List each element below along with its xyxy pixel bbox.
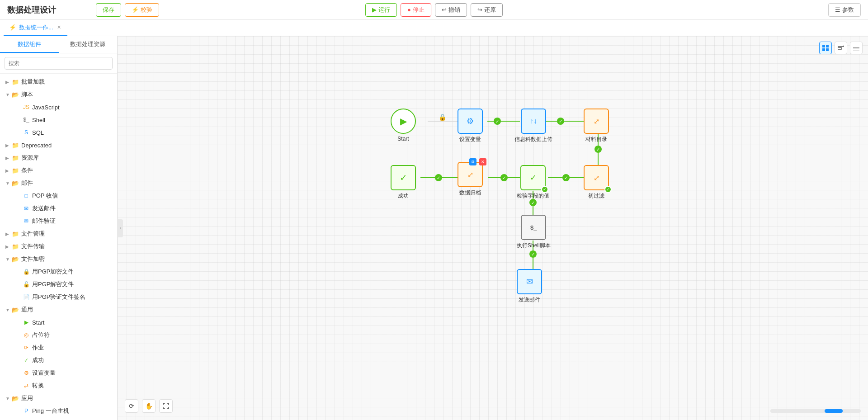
search-input[interactable] xyxy=(5,57,113,70)
restore-button[interactable]: ↪ 还原 xyxy=(471,3,503,17)
svg-text:✓: ✓ xyxy=(502,175,506,180)
node-set-var[interactable]: ⚙ 设置变量 xyxy=(458,109,483,143)
tree-item-script[interactable]: ▼ 📂 脚本 xyxy=(0,88,117,101)
node-delete-icon[interactable]: ✕ xyxy=(479,158,486,165)
node-initial-filter-label: 初过滤 xyxy=(588,192,604,200)
tree-item-start[interactable]: ▶ Start xyxy=(11,316,117,329)
node-upload-label: 信息科数据上传 xyxy=(514,136,552,143)
main-layout: 数据组件 数据处理资源 ▶ 📁 批量加载 ▼ 📂 xyxy=(0,36,868,420)
tree-item-shell[interactable]: $_ Shell xyxy=(11,113,117,126)
node-upload[interactable]: ↑↓ 信息科数据上传 xyxy=(514,109,552,143)
tree-item-log[interactable]: 📝 写日志 xyxy=(11,417,117,420)
tree-item-send-mail[interactable]: ✉ 发送邮件 xyxy=(11,202,117,215)
tree-item-app[interactable]: ▼ 📂 应用 xyxy=(0,392,117,405)
svg-text:✓: ✓ xyxy=(559,119,562,124)
node-material-label: 材料目录 xyxy=(585,136,607,143)
node-copy-icon[interactable]: ⧉ xyxy=(469,158,476,165)
tree-mail-children: □ POP 收信 ✉ 发送邮件 ✉ 邮件验证 xyxy=(0,189,117,227)
tree-item-mail[interactable]: ▼ 📂 邮件 xyxy=(0,177,117,189)
tree-item-pgp-dec[interactable]: 🔓 用PGP解密文件 xyxy=(11,278,117,291)
tree-item-pgp-verify[interactable]: 📄 用PGP验证文件签名 xyxy=(11,291,117,303)
node-verify-field[interactable]: ✓ ✓ 检验字段的值 xyxy=(517,165,549,200)
connections-svg: 🔒 ✓ ✓ ✓ ✓ ✓ xyxy=(118,36,868,420)
tree-item-job[interactable]: ⟳ 作业 xyxy=(11,341,117,354)
tree-item-pgp-enc[interactable]: 🔒 用PGP加密文件 xyxy=(11,265,117,278)
tab-label: 数据统一作... xyxy=(19,24,53,32)
node-shell-exec-label: 执行Shell脚本 xyxy=(517,242,551,250)
tree-encrypt-children: 🔒 用PGP加密文件 🔓 用PGP解密文件 📄 用PGP验证文件签名 xyxy=(0,265,117,303)
check-button[interactable]: ⚡ 校验 xyxy=(125,3,159,17)
params-button[interactable]: ☰ 参数 xyxy=(828,3,861,17)
svg-text:🔒: 🔒 xyxy=(439,113,447,121)
tab-data-unified[interactable]: ⚡ 数据统一作... ✕ xyxy=(4,20,67,36)
sidebar-toggle[interactable]: ‹ xyxy=(118,219,123,237)
svg-point-12 xyxy=(494,118,501,125)
canvas-hand-button[interactable]: ✋ xyxy=(142,399,156,413)
canvas-grid: 🔒 ✓ ✓ ✓ ✓ ✓ xyxy=(118,36,868,420)
node-shell-exec[interactable]: $_ 执行Shell脚本 xyxy=(517,215,551,250)
canvas-tool-grid1[interactable] xyxy=(819,42,832,54)
canvas-tool-grid3[interactable] xyxy=(850,42,863,54)
save-button[interactable]: 保存 xyxy=(96,3,121,17)
tree-item-bulk[interactable]: ▶ 📁 批量加载 xyxy=(0,76,117,88)
tree-app-children: P Ping 一台主机 📝 写日志 ⊞ 发送 SNMP 自陷 xyxy=(0,405,117,420)
canvas-toolbar-right xyxy=(819,42,863,54)
tree-item-condition[interactable]: ▶ 📁 条件 xyxy=(0,164,117,177)
tree-item-common[interactable]: ▼ 📂 通用 xyxy=(0,303,117,316)
svg-rect-2 xyxy=(822,48,825,51)
sidebar-tab-resources[interactable]: 数据处理资源 xyxy=(59,36,118,53)
node-data-archive-label: 数据归档 xyxy=(459,189,481,197)
canvas-scrollbar-thumb[interactable] xyxy=(825,409,843,413)
cancel-button[interactable]: ↩ 撤销 xyxy=(435,3,467,17)
canvas-right-resizer[interactable] xyxy=(865,36,868,420)
tree-item-ping[interactable]: P Ping 一台主机 xyxy=(11,405,117,417)
svg-point-15 xyxy=(557,118,564,125)
tree-item-javascript[interactable]: JS JavaScript xyxy=(11,101,117,113)
tree-item-deprecated[interactable]: ▶ 📁 Deprecated xyxy=(0,139,117,151)
canvas-area[interactable]: 🔒 ✓ ✓ ✓ ✓ ✓ xyxy=(118,36,868,420)
header-center-actions: ▶ 运行 ● 停止 ↩ 撤销 ↪ 还原 xyxy=(365,3,503,17)
svg-point-24 xyxy=(500,174,508,181)
tree-item-mail-verify[interactable]: ✉ 邮件验证 xyxy=(11,215,117,227)
svg-point-21 xyxy=(562,174,570,181)
canvas-expand-button[interactable] xyxy=(159,399,173,413)
tree-item-success[interactable]: ✓ 成功 xyxy=(11,354,117,367)
sidebar-tab-components[interactable]: 数据组件 xyxy=(0,36,59,53)
tree-item-file-manage[interactable]: ▶ 📁 文件管理 xyxy=(0,227,117,240)
svg-text:✓: ✓ xyxy=(531,252,535,257)
tree-item-placeholder[interactable]: ◎ 占位符 xyxy=(11,329,117,341)
svg-text:✓: ✓ xyxy=(495,119,499,124)
node-start-label: Start xyxy=(397,136,409,142)
node-material[interactable]: ⤢ 材料目录 xyxy=(584,109,609,143)
sidebar: 数据组件 数据处理资源 ▶ 📁 批量加载 ▼ 📂 xyxy=(0,36,118,420)
tree-script-children: JS JavaScript $_ Shell S SQL xyxy=(0,101,117,139)
tree-item-set-var[interactable]: ⚙ 设置变量 xyxy=(11,367,117,379)
tree-item-file-encrypt[interactable]: ▼ 📂 文件加密 xyxy=(0,253,117,265)
node-set-var-label: 设置变量 xyxy=(459,136,481,143)
tree-item-resource[interactable]: ▶ 📁 资源库 xyxy=(0,151,117,164)
node-initial-filter[interactable]: ⤢ ✓ 初过滤 xyxy=(584,165,609,200)
svg-rect-5 xyxy=(838,47,841,49)
app-title: 数据处理设计 xyxy=(7,5,89,15)
sidebar-tree: ▶ 📁 批量加载 ▼ 📂 脚本 JS JavaScript xyxy=(0,74,117,420)
node-send-mail[interactable]: ✉ 发送邮件 xyxy=(517,269,542,304)
svg-point-33 xyxy=(529,250,537,258)
tree-item-sql[interactable]: S SQL xyxy=(11,126,117,139)
tree-item-pop[interactable]: □ POP 收信 xyxy=(11,189,117,202)
tree-item-transform[interactable]: ⇄ 转换 xyxy=(11,379,117,392)
tree-item-file-transfer[interactable]: ▶ 📁 文件传输 xyxy=(0,240,117,253)
stop-button[interactable]: ● 停止 xyxy=(401,3,431,17)
svg-rect-3 xyxy=(826,48,829,51)
svg-text:✓: ✓ xyxy=(437,175,440,180)
node-send-mail-label: 发送邮件 xyxy=(519,296,540,304)
tab-close-icon[interactable]: ✕ xyxy=(56,24,62,31)
sidebar-wrapper: 数据组件 数据处理资源 ▶ 📁 批量加载 ▼ 📂 xyxy=(0,36,118,420)
node-success[interactable]: ✓ 成功 xyxy=(391,165,416,200)
run-button[interactable]: ▶ 运行 xyxy=(365,3,397,17)
svg-text:✓: ✓ xyxy=(531,200,535,205)
node-data-archive[interactable]: ⤢ ⧉ ✕ 数据归档 xyxy=(458,162,483,197)
node-start[interactable]: ▶ Start xyxy=(391,109,416,142)
canvas-reset-button[interactable]: ⟳ xyxy=(125,399,138,413)
canvas-scrollbar[interactable] xyxy=(770,409,861,413)
canvas-tool-grid2[interactable] xyxy=(835,42,847,54)
